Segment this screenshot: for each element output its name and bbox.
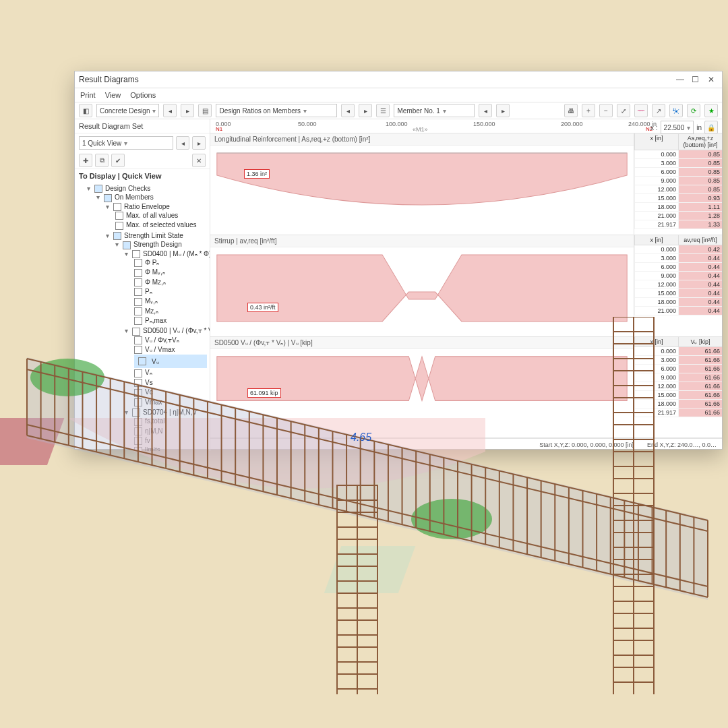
table-row[interactable]: 3.00061.66 — [634, 356, 722, 365]
tree-leaf[interactable]: Φ Mz,ₙ — [134, 278, 207, 287]
maximize-button[interactable]: ☐ — [689, 75, 702, 84]
svg-rect-82 — [613, 506, 654, 520]
prev-icon[interactable]: ◂ — [341, 104, 355, 117]
svg-line-9 — [27, 435, 708, 597]
tree[interactable]: ▾Design Checks ▾On Members ▾Ratio Envelo… — [75, 183, 210, 451]
chart1-callout: 1.36 in² — [244, 169, 270, 179]
sidebar: Result Diagram Set 1 Quick View▾ ◂ ▸ ✚ ⧉… — [75, 119, 210, 451]
nav-left-icon[interactable]: ◂ — [163, 104, 177, 117]
nav-right-icon[interactable]: ▸ — [181, 104, 194, 117]
table-row[interactable]: 15.0000.93 — [634, 194, 722, 203]
table-row[interactable]: 21.0000.44 — [634, 307, 722, 315]
tree-leaf[interactable]: Vᵤ — [134, 355, 207, 368]
side-prev-icon[interactable]: ◂ — [176, 136, 189, 150]
table-row[interactable]: 0.0000.42 — [634, 245, 722, 254]
chart1-table: x [in]As,req,+z (bottom) [in²] 0.0000.85… — [634, 133, 722, 235]
lock-icon[interactable]: 🔒 — [704, 121, 718, 134]
ratios-icon[interactable]: ▤ — [198, 104, 212, 117]
table-row[interactable]: 3.0000.85 — [634, 159, 722, 168]
tree-leaf[interactable]: Pₙ,max — [134, 316, 207, 326]
copy-set-icon[interactable]: ⧉ — [95, 154, 109, 167]
table-row[interactable]: 6.0000.85 — [634, 168, 722, 177]
table-row[interactable]: 0.00061.66 — [634, 347, 722, 356]
svg-rect-65 — [337, 539, 377, 554]
tree-leaf[interactable]: Pₙ — [134, 287, 207, 297]
table-row[interactable]: 6.0000.44 — [634, 263, 722, 272]
refresh-icon[interactable]: ⟳ — [687, 104, 700, 117]
member-prev-icon[interactable]: ◂ — [479, 104, 492, 117]
table-row[interactable]: 21.0001.28 — [634, 212, 722, 220]
tree-leaf[interactable]: Vmax — [134, 398, 207, 407]
minimize-button[interactable]: — — [673, 75, 687, 84]
tree-leaf[interactable]: Vₙ — [134, 368, 207, 377]
tree-leaf[interactable]: Φ Mᵧ,ₙ — [134, 268, 207, 277]
tree-leaf[interactable]: fv — [134, 436, 207, 446]
svg-rect-85 — [613, 586, 654, 601]
ratios-combo[interactable]: Design Ratios on Members▾ — [216, 104, 337, 117]
svg-rect-80 — [613, 452, 654, 466]
tree-leaf[interactable]: Vc — [134, 388, 207, 397]
tree-leaf[interactable]: η|M,N — [134, 427, 207, 436]
table-row[interactable]: 3.0000.44 — [634, 254, 722, 263]
fav-icon[interactable]: ★ — [704, 104, 718, 117]
design-icon[interactable]: ◧ — [79, 104, 92, 117]
table-row[interactable]: 6.00061.66 — [634, 365, 722, 373]
delete-set-icon[interactable]: ✕ — [192, 154, 206, 167]
arrow-icon[interactable]: ↗ — [652, 104, 665, 117]
member-combo[interactable]: Member No. 1▾ — [394, 104, 475, 117]
tree-leaf[interactable]: fs,total — [134, 417, 207, 426]
fit-icon[interactable]: ⤢ — [617, 104, 630, 117]
table-row[interactable]: 0.0000.85 — [634, 150, 722, 159]
table-row[interactable]: 18.0000.44 — [634, 298, 722, 307]
table-row[interactable]: 12.0000.85 — [634, 185, 722, 194]
apply-icon[interactable]: ✔ — [111, 154, 125, 167]
menu-print[interactable]: Print — [80, 91, 96, 99]
table-row[interactable]: 18.00061.66 — [634, 400, 722, 408]
style-icon[interactable]: 〰 — [634, 104, 648, 117]
chart-sd0500: SD0500 Vᵤ / (Φv,ᴛ * Vₙ) | Vᵤ [kip] 61.09… — [210, 337, 722, 438]
zoom-in-icon[interactable]: + — [582, 104, 595, 117]
axes-icon[interactable]: ⏧ — [669, 104, 683, 117]
table-row[interactable]: 21.91761.66 — [634, 408, 722, 417]
status-start: Start X,Y,Z: 0.000, 0.000, 0.000 [in] — [539, 442, 634, 448]
svg-rect-84 — [613, 559, 654, 574]
status-end: End X,Y,Z: 240.0…, 0.0… — [647, 442, 717, 448]
sidebar-header: Result Diagram Set — [75, 119, 210, 133]
print-icon[interactable]: 🖶 — [564, 104, 578, 117]
quick-view-combo[interactable]: 1 Quick View▾ — [79, 136, 173, 150]
svg-rect-81 — [613, 479, 654, 493]
member-icon[interactable]: ☰ — [376, 104, 390, 117]
tree-leaf[interactable]: Vᵤ / Φv,ᴛVₙ — [134, 336, 207, 345]
member-next-icon[interactable]: ▸ — [496, 104, 510, 117]
result-diagrams-window: Result Diagrams — ☐ ✕ Print View Options… — [74, 71, 723, 450]
menu-options[interactable]: Options — [130, 91, 156, 99]
x-value-input[interactable]: 22.500▾ — [661, 121, 694, 134]
table-row[interactable]: 9.00061.66 — [634, 373, 722, 382]
next-icon[interactable]: ▸ — [359, 104, 372, 117]
table-row[interactable]: 15.0000.44 — [634, 289, 722, 298]
svg-rect-64 — [337, 512, 377, 527]
svg-rect-70 — [337, 674, 377, 689]
table-row[interactable]: 15.00061.66 — [634, 391, 722, 400]
design-combo[interactable]: Concrete Design▾ — [96, 104, 159, 117]
zoom-out-icon[interactable]: − — [599, 104, 613, 117]
table-row[interactable]: 9.0000.44 — [634, 272, 722, 280]
tree-leaf[interactable]: Vᵤ / Vmax — [134, 345, 207, 355]
tree-leaf[interactable]: Φ Pₙ — [134, 258, 207, 268]
new-set-icon[interactable]: ✚ — [79, 154, 92, 167]
menu-view[interactable]: View — [105, 91, 121, 99]
svg-rect-1 — [0, 418, 64, 465]
side-next-icon[interactable]: ▸ — [192, 136, 206, 150]
tree-leaf[interactable]: Mz,ₙ — [134, 307, 207, 316]
table-row[interactable]: 21.9171.33 — [634, 220, 722, 229]
tree-leaf[interactable]: Vs — [134, 378, 207, 388]
table-row[interactable]: 9.0000.85 — [634, 177, 722, 185]
table-row[interactable]: 18.0001.11 — [634, 203, 722, 212]
table-row[interactable]: 12.0000.44 — [634, 280, 722, 289]
close-button[interactable]: ✕ — [704, 75, 718, 84]
tree-leaf[interactable]: Mᵧ,ₙ — [134, 297, 207, 306]
svg-point-5 — [411, 499, 492, 539]
tree-leaf[interactable]: limits — [134, 446, 207, 451]
table-row[interactable]: 12.00061.66 — [634, 382, 722, 391]
svg-rect-83 — [613, 533, 654, 547]
